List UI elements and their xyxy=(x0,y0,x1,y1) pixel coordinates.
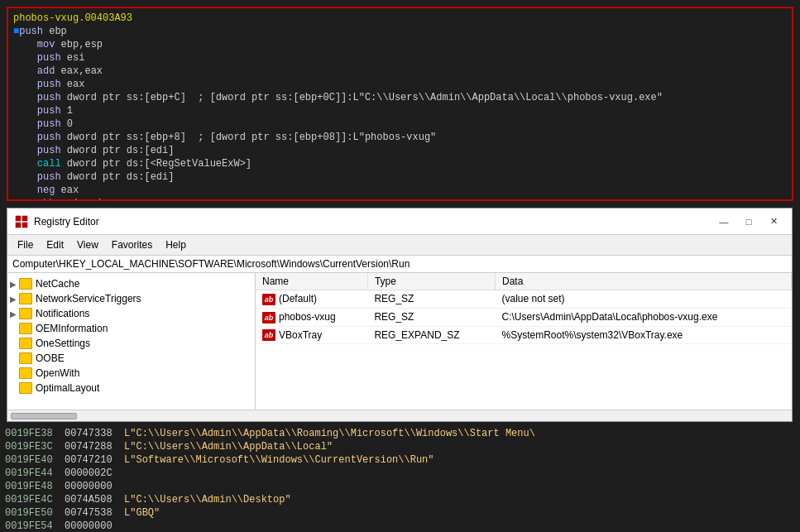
disasm-line[interactable]: neg eax xyxy=(13,184,787,197)
reg-name: abVBoxTray xyxy=(256,326,367,344)
menu-file[interactable]: File xyxy=(11,237,40,253)
tree-item-netcache[interactable]: ▶ NetCache xyxy=(7,276,255,291)
col-type: Type xyxy=(367,273,495,290)
tree-item-nst[interactable]: ▶ NetworkServiceTriggers xyxy=(7,291,255,306)
folder-icon xyxy=(19,338,32,349)
close-button[interactable]: ✕ xyxy=(762,213,785,230)
tree-item-optimallayout[interactable]: ▶ OptimalLayout xyxy=(7,381,255,395)
disasm-line[interactable]: mov ebp,esp xyxy=(13,38,787,51)
disasm-line[interactable]: push 0 xyxy=(13,117,787,131)
disasm-line[interactable]: push 1 xyxy=(13,104,787,117)
hex-pane: 0019FE38 00747338 L"C:\\Users\\Admin\\Ap… xyxy=(0,424,800,532)
tree-arrow: ▶ xyxy=(7,324,19,333)
reg-type: REG_SZ xyxy=(367,290,495,309)
regedit-titlebar: Registry Editor — □ ✕ xyxy=(7,208,792,235)
disasm-line[interactable]: push dword ptr ss:[ebp+8] ; [dword ptr s… xyxy=(13,131,787,144)
tree-item-onesettings[interactable]: ▶ OneSettings xyxy=(7,336,255,351)
disasm-line[interactable]: push eax xyxy=(13,78,787,91)
regedit-addressbar[interactable]: Computer\HKEY_LOCAL_MACHINE\SOFTWARE\Mic… xyxy=(7,256,792,273)
menu-view[interactable]: View xyxy=(70,237,105,253)
menu-edit[interactable]: Edit xyxy=(40,237,70,253)
menu-help[interactable]: Help xyxy=(159,237,193,253)
disasm-addr-label: phobos-vxug.00403A93 xyxy=(13,12,787,25)
disasm-line[interactable]: push dword ptr ss:[ebp+C] ; [dword ptr s… xyxy=(13,91,787,104)
reg-icon: ab xyxy=(262,294,275,305)
tree-arrow: ▶ xyxy=(7,309,19,319)
folder-icon xyxy=(19,278,32,290)
tree-arrow: ▶ xyxy=(7,339,19,348)
tree-arrow: ▶ xyxy=(7,384,19,393)
regedit-title: Registry Editor xyxy=(34,216,712,228)
hex-line: 0019FE48 00000000 xyxy=(5,480,795,493)
hex-line: 0019FE44 0000002C xyxy=(5,467,795,480)
reg-icon: ab xyxy=(262,312,275,324)
regedit-content[interactable]: Name Type Data ab(Default) REG_SZ (value… xyxy=(256,273,792,410)
address-text: Computer\HKEY_LOCAL_MACHINE\SOFTWARE\Mic… xyxy=(12,258,410,270)
col-data: Data xyxy=(496,273,792,290)
disasm-line[interactable]: sbb esi,esi xyxy=(13,197,787,201)
hex-line: 0019FE54 00000000 xyxy=(5,520,795,532)
regedit-body: ▶ NetCache ▶ NetworkServiceTriggers ▶ No… xyxy=(7,273,792,410)
folder-icon xyxy=(19,308,32,319)
window-controls: — □ ✕ xyxy=(712,213,785,230)
folder-icon xyxy=(19,293,32,304)
svg-rect-0 xyxy=(16,216,21,221)
tree-item-label: NetworkServiceTriggers xyxy=(36,293,141,304)
disasm-line[interactable]: push dword ptr ds:[edi] xyxy=(13,144,787,157)
disasm-line[interactable]: push dword ptr ds:[edi] xyxy=(13,170,787,184)
tree-item-notifications[interactable]: ▶ Notifications xyxy=(7,306,255,321)
disasm-line[interactable]: add eax,eax xyxy=(13,65,787,78)
tree-item-openwith[interactable]: ▶ OpenWith xyxy=(7,366,255,381)
tree-item-label: OptimalLayout xyxy=(36,382,99,394)
folder-icon xyxy=(19,367,32,379)
tree-item-oem[interactable]: ▶ OEMInformation xyxy=(7,321,255,336)
folder-icon xyxy=(19,382,32,394)
tree-item-label: OOBE xyxy=(36,352,65,364)
hex-line: 0019FE40 00747210 L"Software\\Microsoft\… xyxy=(5,453,795,467)
registry-table: Name Type Data ab(Default) REG_SZ (value… xyxy=(256,273,792,344)
folder-icon xyxy=(19,323,32,334)
regedit-app-icon xyxy=(14,214,29,229)
hex-line: 0019FE3C 00747288 L"C:\\Users\\Admin\\Ap… xyxy=(5,440,795,453)
tree-item-oobe[interactable]: ▶ OOBE xyxy=(7,351,255,366)
svg-rect-1 xyxy=(22,216,27,221)
reg-data: %SystemRoot%\system32\VBoxTray.exe xyxy=(496,326,792,344)
reg-type: REG_SZ xyxy=(367,308,495,326)
minimize-button[interactable]: — xyxy=(712,213,735,230)
reg-type: REG_EXPAND_SZ xyxy=(367,326,495,344)
table-row[interactable]: ab(Default) REG_SZ (value not set) xyxy=(256,290,792,309)
tree-item-label: OpenWith xyxy=(36,367,79,379)
col-name: Name xyxy=(256,273,367,290)
disasm-line[interactable]: push esi xyxy=(13,51,787,65)
reg-data: C:\Users\Admin\AppData\Local\phobos-vxug… xyxy=(496,308,792,326)
hex-line: 0019FE4C 0074A508 L"C:\\Users\\Admin\\De… xyxy=(5,493,795,506)
disasm-line[interactable]: call dword ptr ds:[<RegSetValueExW>] xyxy=(13,157,787,170)
svg-rect-3 xyxy=(22,223,27,228)
svg-rect-2 xyxy=(16,223,21,228)
scrollbar-thumb[interactable] xyxy=(11,413,77,419)
regedit-tree[interactable]: ▶ NetCache ▶ NetworkServiceTriggers ▶ No… xyxy=(7,273,256,410)
menu-favorites[interactable]: Favorites xyxy=(105,237,159,253)
maximize-button[interactable]: □ xyxy=(737,213,760,230)
tree-item-label: OEMInformation xyxy=(36,323,108,334)
hex-line: 0019FE38 00747338 L"C:\\Users\\Admin\\Ap… xyxy=(5,427,795,440)
hex-line: 0019FE50 00747538 L"GBQ" xyxy=(5,506,795,520)
tree-arrow: ▶ xyxy=(7,295,19,304)
reg-icon: ab xyxy=(262,329,275,341)
disasm-line[interactable]: ■push ebp xyxy=(13,25,787,38)
tree-item-label: NetCache xyxy=(36,278,79,290)
reg-data: (value not set) xyxy=(496,290,792,309)
reg-name: abphobos-vxug xyxy=(256,308,367,326)
regedit-scrollbar-h[interactable] xyxy=(7,410,792,421)
tree-item-label: OneSettings xyxy=(36,338,90,349)
table-row[interactable]: abphobos-vxug REG_SZ C:\Users\Admin\AppD… xyxy=(256,308,792,326)
regedit-menubar: File Edit View Favorites Help xyxy=(7,235,792,256)
tree-arrow: ▶ xyxy=(7,369,19,378)
disasm-pane: phobos-vxug.00403A93 ■push ebp mov ebp,e… xyxy=(7,7,793,201)
folder-icon xyxy=(19,352,32,364)
tree-item-label: Notifications xyxy=(36,308,89,319)
regedit-window: Registry Editor — □ ✕ File Edit View Fav… xyxy=(7,208,793,422)
reg-name: ab(Default) xyxy=(256,290,367,309)
table-row[interactable]: abVBoxTray REG_EXPAND_SZ %SystemRoot%\sy… xyxy=(256,326,792,344)
tree-arrow: ▶ xyxy=(7,354,19,363)
